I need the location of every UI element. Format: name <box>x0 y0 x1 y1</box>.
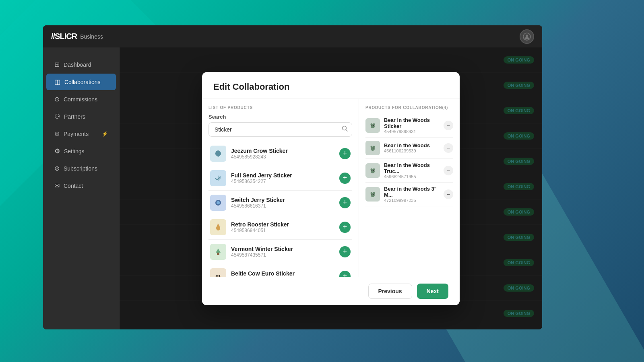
list-item: Full Send Jerry Sticker 4549586354227 + <box>208 166 352 191</box>
selected-sku: 4549579898931 <box>384 129 440 134</box>
product-info: Retro Rooster Sticker 4549586944051 <box>231 221 334 233</box>
logo-text: //SLICR <box>51 32 77 41</box>
product-name: Beltie Cow Euro Sticker <box>231 270 334 277</box>
remove-product-button[interactable]: − <box>444 143 453 153</box>
selected-name: Bear in the Woods Truc... <box>384 162 440 174</box>
selected-item: Bear in the Woods Truc... 4596824571955 … <box>365 159 453 183</box>
payments-icon: ⊛ <box>54 130 60 138</box>
sidebar-item-settings[interactable]: ⚙ Settings <box>46 143 116 159</box>
selected-panel-label: PRODUCTS FOR COLLABORATION(4) <box>365 105 453 110</box>
sidebar: ⊞ Dashboard ◫ Collaborations ⊙ Commissio… <box>43 47 120 329</box>
product-info: Full Send Jerry Sticker 4549586354227 <box>231 172 334 184</box>
add-product-button[interactable]: + <box>339 246 351 257</box>
subscriptions-icon: ⊘ <box>54 165 60 172</box>
product-info: Vermont Winter Sticker 4549587435571 <box>231 246 334 258</box>
svg-point-5 <box>217 201 220 204</box>
svg-point-1 <box>526 35 528 37</box>
list-item: Beltie Cow Euro Sticker 4549599723571 + <box>208 264 352 277</box>
selected-thumb <box>365 163 380 178</box>
products-panel: LIST OF PRODUCTS Search <box>202 99 359 277</box>
svg-point-34 <box>373 194 374 195</box>
main-content: ON GOING ON GOING ON GOING ON GOING ON G… <box>120 47 542 329</box>
list-item: Vermont Winter Sticker 4549587435571 + <box>208 240 352 264</box>
add-product-button[interactable]: + <box>339 197 351 208</box>
search-box <box>208 122 352 137</box>
logo: //SLICR Business <box>51 32 103 41</box>
selected-thumb <box>365 187 380 202</box>
product-name: Vermont Winter Sticker <box>231 246 334 252</box>
product-thumb <box>210 219 226 235</box>
sidebar-label-commissions: Commissions <box>64 96 97 103</box>
selected-list: Bear in the Woods Sticker 4549579898931 … <box>365 114 453 270</box>
product-sku: 4549586616371 <box>231 203 334 209</box>
remove-product-button[interactable]: − <box>444 121 453 130</box>
list-panel-label: LIST OF PRODUCTS <box>208 105 352 110</box>
sidebar-item-subscriptions[interactable]: ⊘ Subscriptions <box>46 160 116 177</box>
remove-product-button[interactable]: − <box>444 189 453 199</box>
payments-badge: ⚡ <box>102 131 108 137</box>
sidebar-item-dashboard[interactable]: ⊞ Dashboard <box>46 56 116 73</box>
sidebar-item-payments[interactable]: ⊛ Payments ⚡ <box>46 125 116 142</box>
selected-info: Bear in the Woods 4561106239539 <box>384 142 440 153</box>
logo-business: Business <box>80 33 103 40</box>
sidebar-item-contact[interactable]: ✉ Contact <box>46 177 116 194</box>
product-thumb <box>210 170 226 186</box>
add-product-button[interactable]: + <box>339 173 351 184</box>
product-sku: 4549586944051 <box>231 228 334 233</box>
sidebar-label-collaborations: Collaborations <box>64 79 101 85</box>
add-product-button[interactable]: + <box>339 271 351 277</box>
settings-icon: ⚙ <box>54 147 60 155</box>
selected-name: Bear in the Woods <box>384 142 440 148</box>
modal-header: Edit Collaboration <box>202 72 460 99</box>
avatar[interactable] <box>520 29 534 44</box>
svg-point-17 <box>373 123 375 125</box>
product-sku: 4549587435571 <box>231 252 334 258</box>
contact-icon: ✉ <box>54 182 60 189</box>
sidebar-label-partners: Partners <box>64 113 85 120</box>
product-info: Switch Jerry Sticker 4549586616371 <box>231 197 334 209</box>
product-name: Full Send Jerry Sticker <box>231 172 334 179</box>
modal-footer: Previous Next <box>202 277 460 305</box>
svg-point-23 <box>372 148 372 148</box>
sidebar-label-settings: Settings <box>64 148 85 154</box>
sidebar-label-subscriptions: Subscriptions <box>64 165 97 172</box>
selected-item: Bear in the Woods 3" M... 4721099997235 … <box>365 183 453 206</box>
product-sku: 4549585928243 <box>231 154 334 160</box>
product-thumb <box>210 244 226 260</box>
product-info: Jeezum Crow Sticker 4549585928243 <box>231 148 334 160</box>
list-item: Jeezum Crow Sticker 4549585928243 + <box>208 142 352 166</box>
search-icon <box>342 125 348 134</box>
sidebar-item-partners[interactable]: ⚇ Partners <box>46 108 116 125</box>
add-product-button[interactable]: + <box>339 222 351 233</box>
product-name: Retro Rooster Sticker <box>231 221 334 228</box>
svg-point-26 <box>371 168 373 170</box>
selected-thumb <box>365 141 380 155</box>
selected-info: Bear in the Woods 3" M... 4721099997235 <box>384 186 440 203</box>
collaborations-icon: ◫ <box>54 78 60 86</box>
svg-point-31 <box>371 192 373 194</box>
selected-info: Bear in the Woods Sticker 4549579898931 <box>384 117 440 134</box>
list-item: Retro Rooster Sticker 4549586944051 + <box>208 215 352 240</box>
next-button[interactable]: Next <box>417 284 448 299</box>
selected-thumb <box>365 118 380 133</box>
add-product-button[interactable]: + <box>339 148 351 159</box>
remove-product-button[interactable]: − <box>444 166 453 175</box>
product-sku: 4549586354227 <box>231 179 334 184</box>
commissions-icon: ⊙ <box>54 95 60 103</box>
svg-point-19 <box>373 125 374 126</box>
svg-point-18 <box>372 125 372 126</box>
sidebar-item-commissions[interactable]: ⊙ Commissions <box>46 91 116 107</box>
sidebar-item-collaborations[interactable]: ◫ Collaborations <box>46 74 116 90</box>
sidebar-label-payments: Payments <box>64 131 89 137</box>
previous-button[interactable]: Previous <box>368 284 412 299</box>
svg-point-16 <box>371 123 373 125</box>
edit-collaboration-modal: Edit Collaboration LIST OF PRODUCTS Sear… <box>202 72 460 305</box>
svg-point-33 <box>372 194 372 195</box>
partners-icon: ⚇ <box>54 113 60 120</box>
selected-info: Bear in the Woods Truc... 4596824571955 <box>384 162 440 179</box>
selected-name: Bear in the Woods Sticker <box>384 117 440 129</box>
search-input[interactable] <box>208 122 352 137</box>
product-thumb <box>210 146 226 162</box>
selected-sku: 4596824571955 <box>384 174 440 179</box>
search-label: Search <box>208 114 352 120</box>
